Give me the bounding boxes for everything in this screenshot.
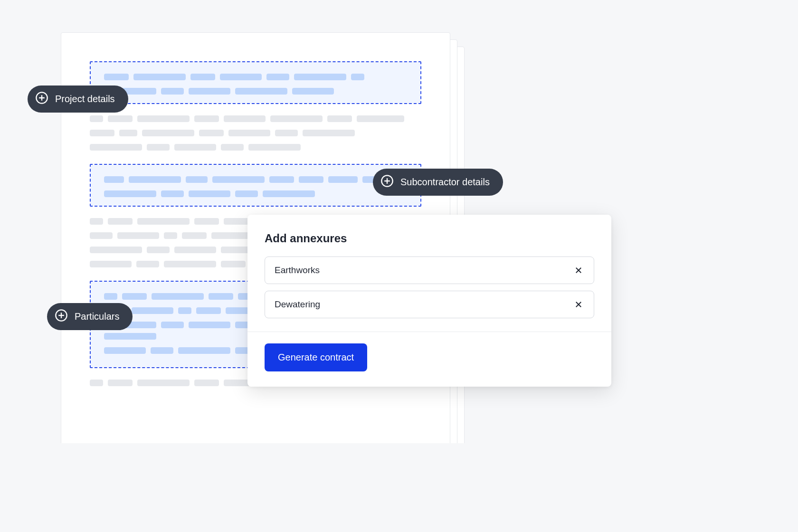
plus-circle-icon — [55, 309, 68, 324]
placeholder-line — [104, 74, 407, 80]
placeholder-bar — [190, 74, 215, 80]
annexure-item-label: Dewatering — [275, 299, 320, 310]
pill-label: Project details — [55, 94, 115, 104]
annexure-item: Earthworks — [265, 256, 594, 284]
placeholder-bar — [266, 74, 289, 80]
placeholder-line — [90, 144, 421, 151]
placeholder-line — [90, 130, 421, 136]
body-text-block — [90, 115, 421, 151]
annexure-item-label: Earthworks — [275, 265, 320, 276]
placeholder-bar — [351, 74, 364, 80]
placeholder-bar — [235, 88, 287, 95]
generate-contract-button[interactable]: Generate contract — [265, 343, 367, 371]
placeholder-line — [90, 115, 421, 122]
pill-subcontractor-details[interactable]: Subcontractor details — [373, 169, 503, 196]
placeholder-line — [104, 88, 407, 95]
placeholder-line — [104, 190, 407, 197]
pill-label: Particulars — [75, 311, 119, 322]
placeholder-bar — [294, 74, 346, 80]
close-icon — [574, 300, 583, 309]
placeholder-bar — [133, 74, 186, 80]
placeholder-bar — [161, 88, 184, 95]
close-icon — [574, 266, 583, 275]
remove-annexure-button[interactable] — [573, 265, 584, 276]
pill-particulars[interactable]: Particulars — [47, 303, 133, 330]
plus-circle-icon — [380, 174, 394, 190]
pill-label: Subcontractor details — [400, 177, 490, 188]
remove-annexure-button[interactable] — [573, 299, 584, 310]
pill-project-details[interactable]: Project details — [28, 86, 128, 113]
editable-section-project-details[interactable] — [90, 61, 421, 104]
placeholder-line — [104, 176, 407, 183]
placeholder-bar — [220, 74, 262, 80]
placeholder-bar — [292, 88, 334, 95]
editable-section-subcontractor-details[interactable] — [90, 164, 421, 207]
placeholder-bar — [104, 74, 129, 80]
plus-circle-icon — [35, 91, 48, 107]
placeholder-bar — [189, 88, 230, 95]
annexures-panel: Add annexures Earthworks Dewatering — [247, 215, 611, 387]
annexures-title: Add annexures — [265, 232, 594, 245]
annexure-item: Dewatering — [265, 291, 594, 318]
